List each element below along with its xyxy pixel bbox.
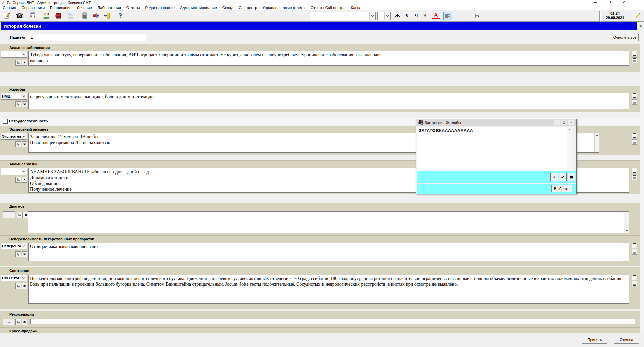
menu-upravlencheskie-otchety[interactable]: Управленческие отчеты (260, 6, 308, 10)
help-icon[interactable]: ? (116, 11, 125, 20)
print-icon[interactable] (632, 281, 637, 286)
bold-button[interactable]: Ж (393, 12, 402, 20)
list-scrollbar[interactable] (567, 127, 572, 171)
clear-field-icon[interactable]: ✖ (22, 283, 27, 289)
menu-raspisanie[interactable]: Расписание (47, 6, 74, 10)
clear-all-button[interactable]: Очистить все (611, 34, 639, 41)
pick-template-icon[interactable] (15, 101, 21, 107)
menu-sklad[interactable]: Склад (220, 6, 236, 10)
dialog-minimize-button[interactable]: _ (554, 120, 560, 125)
chevron-down-icon[interactable] (21, 51, 27, 57)
fullscreen-edit-icon[interactable] (632, 168, 637, 174)
menu-spravochniki[interactable]: Справочники (18, 6, 47, 10)
pick-template-icon[interactable] (15, 60, 21, 66)
print-icon[interactable] (632, 99, 637, 105)
scroll-down-icon[interactable] (567, 165, 572, 170)
strikethrough-button[interactable]: З (421, 12, 429, 20)
width-justify-button[interactable] (473, 12, 482, 20)
menu-redaktirovanie[interactable]: Редактирование (142, 6, 177, 10)
menu-call-centr[interactable]: Call-центр (236, 6, 260, 10)
patients-icon[interactable] (42, 11, 51, 20)
textarea-scrollbar[interactable] (624, 212, 629, 233)
fullscreen-edit-icon[interactable] (632, 51, 637, 56)
clear-field-icon[interactable]: ✖ (22, 177, 27, 183)
font-name-select[interactable] (311, 12, 376, 20)
fullscreen-edit-icon[interactable] (632, 243, 637, 248)
print-icon[interactable] (632, 57, 637, 63)
menu-kassa[interactable]: Касса (348, 6, 364, 10)
dialog-titlebar[interactable]: Заготовки - Жалобы _ □ × (416, 119, 576, 126)
red-book-icon[interactable] (54, 11, 63, 20)
font-color-button[interactable]: А (432, 12, 440, 19)
select-template-button[interactable]: Выбрать (551, 185, 572, 192)
add-template-button[interactable]: + (550, 173, 558, 181)
chevron-down-icon[interactable] (21, 93, 27, 99)
clear-field-icon[interactable]: ✖ (22, 141, 27, 147)
fullscreen-edit-icon[interactable] (632, 275, 637, 280)
diagnoz-browse-button[interactable]: ... (3, 211, 15, 218)
sound-icon[interactable] (91, 11, 101, 20)
fullscreen-edit-icon[interactable] (632, 93, 637, 98)
ekspertnyi-anamnez-combo[interactable]: Экспертный а (1, 133, 27, 140)
italic-button[interactable]: К (403, 12, 411, 20)
sostoyanie-text[interactable]: Незначительная гипотрофия дельтовидной м… (28, 275, 629, 304)
scroll-up-icon[interactable] (624, 212, 629, 216)
menu-lechenie[interactable]: Лечение (74, 6, 94, 10)
chevron-down-icon[interactable] (21, 168, 27, 175)
chevron-down-icon[interactable] (21, 275, 27, 281)
menu-administrirovanie[interactable]: Администрирование (177, 6, 220, 10)
pick-template-icon[interactable] (15, 141, 21, 147)
menu-servis[interactable]: Сервис (0, 6, 18, 10)
list-item[interactable]: ЗАГАТОВКАААААААААА (417, 127, 572, 134)
scroll-down-icon[interactable] (640, 328, 644, 332)
cancel-button[interactable]: Отмена (614, 336, 639, 344)
netrudosposobnost-checkbox[interactable] (3, 119, 8, 124)
window-close-button[interactable]: × (619, 0, 629, 5)
delete-template-button[interactable]: ✖ (568, 173, 575, 181)
menu-laboratoriya[interactable]: Лаборатория (95, 6, 124, 10)
clear-field-icon[interactable]: ✖ (22, 251, 27, 257)
group-icon[interactable] (66, 11, 75, 20)
neperenosimost-text[interactable]: Отрицает.ыкапывапаывпавпававп (28, 243, 629, 261)
new-note-icon[interactable] (2, 11, 11, 20)
accept-button[interactable]: Принять (582, 336, 607, 344)
pick-template-icon[interactable] (17, 212, 23, 218)
pick-template-icon[interactable] (15, 283, 21, 289)
clear-field-icon[interactable]: ✖ (22, 60, 27, 66)
chevron-down-icon[interactable] (21, 133, 27, 139)
fullscreen-edit-icon[interactable] (632, 133, 637, 138)
align-left-button[interactable] (443, 12, 452, 20)
align-center-button[interactable] (453, 12, 461, 20)
anamnez-zabolevaniya-combo[interactable] (1, 51, 27, 58)
anamnez-zhizni-combo[interactable] (1, 168, 27, 175)
rekomendacii-input[interactable] (30, 319, 635, 324)
scroll-down-icon[interactable] (595, 148, 599, 152)
pick-template-icon[interactable] (15, 251, 21, 257)
patient-input[interactable]: 1 (29, 34, 146, 41)
pick-template-icon[interactable] (15, 319, 21, 325)
menu-otchety-call-centra[interactable]: Отчеты Call-центра (308, 6, 348, 10)
exit-icon[interactable] (102, 11, 112, 20)
chevron-down-icon[interactable] (384, 12, 390, 20)
zhaloby-combo[interactable]: НМЦ (1, 93, 27, 100)
clear-field-icon[interactable]: ✖ (22, 319, 27, 325)
form-vertical-scrollbar[interactable] (640, 31, 644, 332)
pick-template-icon[interactable] (15, 177, 21, 183)
calculator-icon[interactable] (80, 11, 89, 20)
anamnez-zabolevaniya-text[interactable]: Туберкулез, желтуху, венерические заболе… (28, 51, 629, 66)
pane-close-button[interactable]: × (638, 22, 643, 30)
diagnoz-text[interactable] (28, 211, 629, 233)
cash-journal-icon[interactable] (28, 11, 38, 20)
print-icon[interactable] (632, 249, 637, 255)
align-right-button[interactable] (463, 12, 471, 20)
dialog-close-button[interactable]: × (568, 120, 574, 125)
zhaloby-text[interactable]: не регулярный менструальный цикл, боли в… (28, 93, 629, 109)
chevron-down-icon[interactable] (369, 12, 375, 20)
window-maximize-button[interactable]: ❐ (604, 0, 614, 5)
phone-icon[interactable]: ☎ (15, 11, 24, 20)
edit-pencil-icon[interactable] (632, 11, 643, 20)
scroll-up-icon[interactable] (595, 133, 599, 138)
template-list[interactable]: ЗАГАТОВКАААААААААА (417, 127, 572, 171)
print-icon[interactable] (632, 139, 637, 145)
sostoyanie-combo[interactable]: ПЛП с контрак (1, 275, 27, 281)
